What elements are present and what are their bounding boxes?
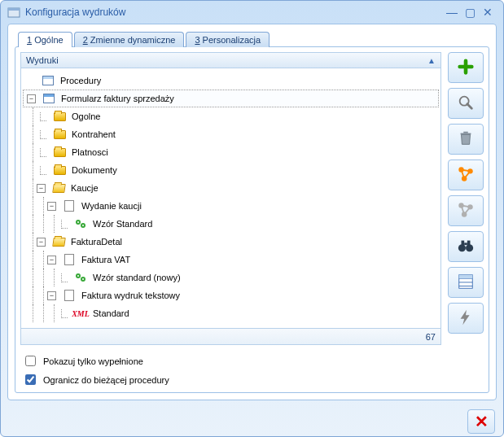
node-platnosci[interactable]: Platnosci — [23, 143, 439, 161]
node-fakturadetal[interactable]: −FakturaDetal — [23, 233, 439, 251]
svg-point-8 — [77, 275, 79, 277]
node-kaucje[interactable]: −Kaucje — [23, 179, 439, 197]
checkbox-show-filled-label: Pokazuj tylko wypełnione — [43, 356, 143, 366]
tree-node-label: Dokumenty — [69, 164, 120, 176]
folder-icon — [53, 128, 66, 141]
close-button[interactable]: ✕ — [467, 409, 495, 434]
tree-node-label: Formularz faktury sprzedaży — [59, 93, 177, 104]
window-title: Konfiguracja wydruków — [25, 7, 125, 18]
tree-node-label: Kaucje — [68, 182, 101, 194]
tree-toggle[interactable]: − — [47, 291, 56, 300]
xml-icon: XML — [74, 307, 87, 320]
tree-toggle[interactable]: − — [47, 256, 56, 264]
node-kontrahent[interactable]: Kontrahent — [23, 125, 439, 143]
lightning-icon — [457, 308, 475, 328]
tree-body[interactable]: Procedury−Formularz faktury sprzedażyOgo… — [20, 68, 441, 329]
svg-rect-29 — [459, 275, 473, 279]
add-button[interactable] — [448, 52, 484, 83]
tab-ogólne[interactable]: 1 Ogólne — [18, 32, 72, 47]
node-wzor-standard-nowy[interactable]: Wzór standard (nowy) — [23, 269, 439, 286]
binoculars-icon — [457, 237, 475, 256]
relations-button[interactable] — [448, 195, 484, 226]
side-toolbar — [448, 52, 484, 345]
checkbox-limit-current-input[interactable] — [25, 374, 36, 385]
node-ogolne[interactable]: Ogolne — [23, 107, 439, 125]
tree-toggle[interactable]: − — [37, 238, 46, 247]
tree-node-label: Wydanie kaucji — [79, 200, 144, 212]
svg-rect-22 — [462, 241, 465, 246]
tree-toggle[interactable]: − — [27, 94, 36, 103]
node-standard-xml[interactable]: XMLStandard — [23, 304, 439, 322]
node-formularz[interactable]: −Formularz faktury sprzedaży — [23, 90, 439, 107]
checkbox-show-filled[interactable]: Pokazuj tylko wypełnione — [22, 353, 482, 369]
nodes-orange-icon — [457, 165, 475, 185]
connect-button[interactable] — [448, 160, 484, 190]
zoom-button[interactable] — [448, 88, 484, 119]
tree-header-label: Wydruki — [26, 55, 59, 65]
tree-connector — [40, 148, 46, 157]
list-button[interactable] — [448, 267, 484, 298]
tree-count: 67 — [426, 332, 436, 342]
list-icon — [457, 273, 475, 292]
tree-node-label: FakturaDetal — [68, 236, 125, 247]
node-faktura-vat[interactable]: −Faktura VAT — [23, 251, 439, 269]
checkbox-limit-current[interactable]: Ogranicz do bieżącej procedury — [22, 372, 482, 387]
node-wydanie-kaucji[interactable]: −Wydanie kaucji — [23, 197, 439, 215]
checkbox-show-filled-input[interactable] — [25, 356, 36, 366]
minimize-button[interactable]: — — [443, 6, 461, 19]
window-icon — [42, 74, 55, 87]
node-wzor-standard[interactable]: Wzór Standard — [23, 215, 439, 233]
tree-toggle[interactable]: − — [47, 202, 56, 211]
tree-connector — [61, 273, 68, 282]
trash-button[interactable] — [448, 124, 484, 155]
bottom-bar: ✕ — [1, 407, 503, 436]
folder-open-icon — [52, 235, 65, 248]
plus-icon — [457, 58, 475, 77]
svg-point-9 — [82, 278, 84, 280]
options: Pokazuj tylko wypełnione Ogranicz do bie… — [20, 350, 484, 387]
folder-icon — [53, 110, 66, 123]
checkbox-limit-current-label: Ogranicz do bieżącej procedury — [43, 375, 169, 385]
tree-container: Wydruki ▲ Procedury−Formularz faktury sp… — [20, 52, 441, 345]
svg-point-4 — [77, 221, 79, 223]
node-dokumenty[interactable]: Dokumenty — [23, 161, 439, 179]
page-icon — [63, 199, 76, 212]
tab-zmienne-dynamiczne[interactable]: 2 Zmienne dynamiczne — [74, 32, 185, 47]
titlebar: Konfiguracja wydruków — ▢ ✕ — [1, 1, 503, 24]
tree-connector — [40, 112, 46, 121]
nodes-gray-icon — [457, 201, 475, 221]
maximize-button[interactable]: ▢ — [461, 6, 479, 19]
tree-node-label: Wzór standard (nowy) — [90, 272, 183, 283]
folder-icon — [53, 164, 66, 177]
node-faktura-tekstowy[interactable]: −Faktura wydruk tekstowy — [23, 286, 439, 304]
tree-node-label: Platnosci — [69, 146, 111, 158]
tabs: 1 Ogólne2 Zmienne dynamiczne3 Personaliz… — [15, 31, 489, 46]
form-icon — [42, 92, 55, 105]
binoculars-button[interactable] — [448, 231, 484, 262]
tree-node-label: Faktura wydruk tekstowy — [79, 290, 182, 301]
panel-ogolne: Wydruki ▲ Procedury−Formularz faktury sp… — [15, 46, 489, 393]
svg-rect-23 — [467, 241, 471, 246]
gears-icon — [74, 271, 87, 284]
svg-rect-1 — [8, 8, 20, 11]
trash-icon — [457, 129, 475, 149]
svg-rect-24 — [464, 243, 467, 245]
page-icon — [63, 253, 76, 266]
app-icon — [7, 6, 20, 19]
tree-header[interactable]: Wydruki ▲ — [20, 52, 441, 68]
page-icon — [63, 289, 76, 302]
tree-connector — [61, 309, 68, 318]
tab-personalizacja[interactable]: 3 Personalizacja — [186, 32, 270, 47]
tree-node-label: Ogolne — [69, 111, 103, 122]
close-window-button[interactable]: ✕ — [479, 6, 497, 19]
tree-toggle[interactable]: − — [37, 184, 46, 193]
magnifier-icon — [457, 94, 475, 113]
window: Konfiguracja wydruków — ▢ ✕ 1 Ogólne2 Zm… — [0, 0, 504, 437]
lightning-button[interactable] — [448, 303, 484, 334]
folder-open-icon — [52, 181, 65, 194]
node-procedury[interactable]: Procedury — [23, 72, 439, 90]
svg-rect-13 — [463, 132, 468, 133]
tree-node-label: Wzór Standard — [90, 218, 155, 229]
svg-line-11 — [467, 104, 472, 108]
svg-point-20 — [458, 244, 466, 251]
